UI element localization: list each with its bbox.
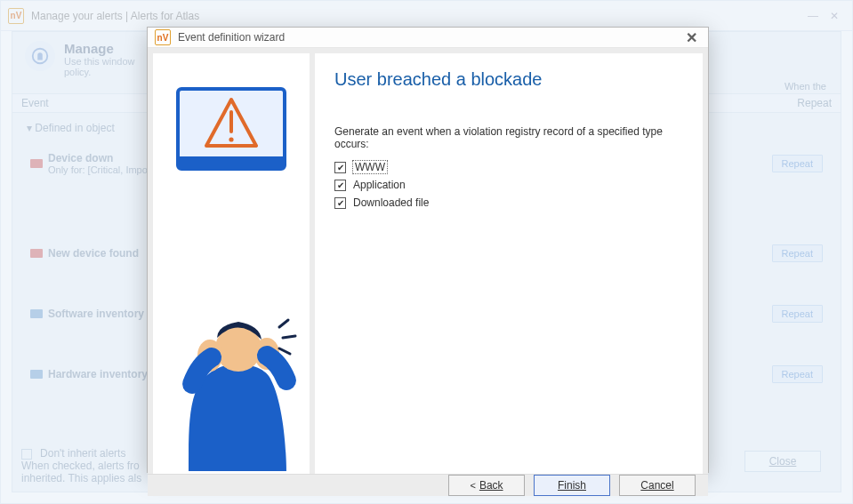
finish-button[interactable]: Finish xyxy=(534,475,610,496)
svg-point-8 xyxy=(198,301,214,317)
svg-point-5 xyxy=(229,137,233,141)
wizard-footer: < Back Finish Cancel xyxy=(148,474,708,496)
svg-point-7 xyxy=(203,267,231,295)
wizard-content: User breached a blockade Generate an eve… xyxy=(315,53,703,474)
option-application[interactable]: ✔ Application xyxy=(334,179,683,191)
checkbox-icon[interactable]: ✔ xyxy=(334,162,346,173)
wizard-title: Event definition wizard xyxy=(178,31,285,44)
event-definition-wizard: nV Event definition wizard ✕ xyxy=(147,27,709,473)
svg-rect-2 xyxy=(178,156,285,169)
close-icon[interactable]: ✕ xyxy=(681,28,701,47)
option-label: WWW xyxy=(353,161,387,173)
wizard-illustration xyxy=(153,53,310,474)
wizard-titlebar: nV Event definition wizard ✕ xyxy=(148,28,708,48)
app-logo-icon: nV xyxy=(155,29,171,45)
option-label: Application xyxy=(353,179,406,191)
checkbox-icon[interactable]: ✔ xyxy=(334,197,346,209)
option-www[interactable]: ✔ WWW xyxy=(334,161,683,173)
svg-point-6 xyxy=(162,178,301,267)
back-button[interactable]: < Back xyxy=(448,475,525,496)
option-downloaded-file[interactable]: ✔ Downloaded file xyxy=(334,196,683,209)
wizard-heading: User breached a blockade xyxy=(334,69,683,90)
wizard-description: Generate an event when a violation regis… xyxy=(334,125,683,150)
option-label: Downloaded file xyxy=(353,196,429,209)
svg-line-14 xyxy=(279,348,290,354)
checkbox-icon[interactable]: ✔ xyxy=(334,180,346,191)
svg-line-13 xyxy=(283,336,295,338)
cancel-button[interactable]: Cancel xyxy=(619,475,696,496)
svg-line-12 xyxy=(279,320,288,327)
